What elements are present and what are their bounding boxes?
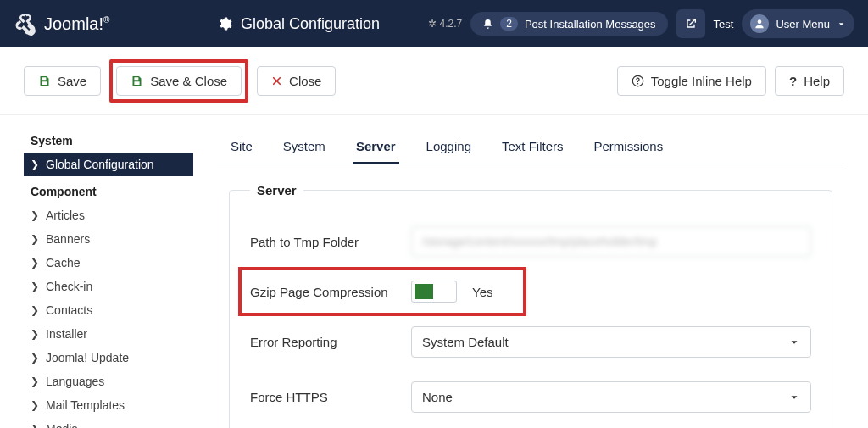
tab-permissions[interactable]: Permissions xyxy=(591,131,667,164)
chevron-right-icon: ❯ xyxy=(31,257,41,269)
action-toolbar: Save Save & Close Close Toggle Inline He… xyxy=(0,47,868,115)
save-icon xyxy=(38,75,51,87)
label-gzip: Gzip Page Compression xyxy=(250,285,411,299)
tab-text-filters[interactable]: Text Filters xyxy=(498,131,567,164)
sidebar-item-label: Cache xyxy=(46,256,80,270)
input-tmp-path[interactable]: /storage/content/xxxxxx/tmp/placeholder/… xyxy=(411,226,811,257)
server-panel: Server Path to Tmp Folder /storage/conte… xyxy=(217,183,844,428)
row-force-https: Force HTTPS None xyxy=(250,370,811,425)
sidebar-heading-system: System xyxy=(24,131,193,153)
open-site-button[interactable] xyxy=(676,9,705,38)
chevron-right-icon: ❯ xyxy=(31,399,41,411)
sidebar-item-label: Check-in xyxy=(46,280,92,293)
help-button[interactable]: ? Help xyxy=(775,66,844,96)
sidebar-item-installer[interactable]: ❯Installer xyxy=(24,322,193,346)
close-icon xyxy=(271,75,282,86)
row-tmp-path: Path to Tmp Folder /storage/content/xxxx… xyxy=(250,214,811,269)
version-badge: ✲ 4.2.7 xyxy=(428,18,463,30)
save-button[interactable]: Save xyxy=(24,66,101,96)
toggle-inline-help-button[interactable]: Toggle Inline Help xyxy=(617,66,766,96)
label-error-reporting: Error Reporting xyxy=(250,335,411,349)
select-force-https[interactable]: None xyxy=(411,381,811,413)
top-bar: Joomla!® Global Configuration ✲ 4.2.7 2 … xyxy=(0,0,868,47)
sidebar-item-joomla-update[interactable]: ❯Joomla! Update xyxy=(24,346,193,370)
chevron-right-icon: ❯ xyxy=(31,375,41,387)
user-icon xyxy=(750,14,769,33)
tab-logging[interactable]: Logging xyxy=(423,131,475,164)
sidebar-item-check-in[interactable]: ❯Check-in xyxy=(24,275,193,298)
label-force-https: Force HTTPS xyxy=(250,390,411,404)
toggle-knob xyxy=(415,284,433,299)
tab-system[interactable]: System xyxy=(280,131,329,164)
sidebar-item-label: Articles xyxy=(46,208,85,222)
external-link-icon xyxy=(684,17,698,31)
row-gzip: Gzip Page Compression Yes xyxy=(250,269,811,314)
user-menu[interactable]: User Menu xyxy=(742,9,854,38)
question-circle-icon xyxy=(632,75,644,87)
server-fieldset: Server Path to Tmp Folder /storage/conte… xyxy=(229,183,832,428)
highlight-save-close: Save & Close xyxy=(109,59,248,103)
sidebar: System ❯ Global Configuration Component … xyxy=(24,131,193,428)
select-error-reporting[interactable]: System Default xyxy=(411,326,811,358)
chevron-right-icon: ❯ xyxy=(31,281,41,292)
bell-icon xyxy=(482,19,493,30)
joomla-mini-icon: ✲ xyxy=(428,18,437,30)
sidebar-item-contacts[interactable]: ❯Contacts xyxy=(24,298,193,322)
page-title: Global Configuration xyxy=(217,15,428,33)
close-button[interactable]: Close xyxy=(257,66,336,96)
label-tmp-path: Path to Tmp Folder xyxy=(250,235,411,249)
chevron-right-icon: ❯ xyxy=(31,233,41,245)
chevron-right-icon: ❯ xyxy=(31,304,41,316)
sidebar-item-label: Languages xyxy=(46,375,104,388)
chevron-right-icon: ❯ xyxy=(31,209,41,221)
save-icon xyxy=(131,75,143,87)
sidebar-item-label: Media xyxy=(46,422,78,428)
sidebar-item-label: Joomla! Update xyxy=(46,351,129,364)
tabs: SiteSystemServerLoggingText FiltersPermi… xyxy=(217,131,844,164)
svg-point-2 xyxy=(637,83,638,85)
notif-count: 2 xyxy=(500,17,518,31)
toggle-gzip[interactable] xyxy=(411,281,457,303)
brand[interactable]: Joomla!® xyxy=(14,12,217,36)
chevron-down-icon xyxy=(837,19,846,29)
chevron-down-icon xyxy=(788,336,800,348)
sidebar-item-languages[interactable]: ❯Languages xyxy=(24,370,193,393)
sidebar-item-cache[interactable]: ❯Cache xyxy=(24,251,193,275)
chevron-right-icon: ❯ xyxy=(31,158,41,170)
test-label[interactable]: Test xyxy=(714,18,734,31)
main-panel: SiteSystemServerLoggingText FiltersPermi… xyxy=(217,131,844,428)
tab-server[interactable]: Server xyxy=(353,131,399,164)
sidebar-item-label: Mail Templates xyxy=(46,398,125,412)
sidebar-item-label: Installer xyxy=(46,327,87,341)
row-error-reporting: Error Reporting System Default xyxy=(250,314,811,370)
post-install-messages-button[interactable]: 2 Post Installation Messages xyxy=(470,12,667,36)
sidebar-heading-component: Component xyxy=(24,181,193,203)
content-area: System ❯ Global Configuration Component … xyxy=(0,115,868,428)
tab-site[interactable]: Site xyxy=(227,131,256,164)
fieldset-legend: Server xyxy=(250,183,303,197)
save-close-button[interactable]: Save & Close xyxy=(116,66,242,96)
chevron-right-icon: ❯ xyxy=(31,352,41,364)
svg-point-0 xyxy=(758,19,762,24)
brand-text: Joomla!® xyxy=(44,14,109,34)
sidebar-item-banners[interactable]: ❯Banners xyxy=(24,227,193,251)
topbar-right: ✲ 4.2.7 2 Post Installation Messages Tes… xyxy=(428,9,854,38)
chevron-down-icon xyxy=(788,392,800,403)
toggle-gzip-value: Yes xyxy=(472,285,492,299)
joomla-logo-icon xyxy=(14,12,37,36)
question-icon: ? xyxy=(789,74,797,88)
chevron-right-icon: ❯ xyxy=(31,423,41,428)
sidebar-item-label: Contacts xyxy=(46,303,92,317)
sidebar-item-media[interactable]: ❯Media xyxy=(24,417,193,428)
sidebar-item-global-configuration[interactable]: ❯ Global Configuration xyxy=(24,153,193,176)
sidebar-item-mail-templates[interactable]: ❯Mail Templates xyxy=(24,393,193,417)
sidebar-item-label: Banners xyxy=(46,232,90,246)
sidebar-item-articles[interactable]: ❯Articles xyxy=(24,203,193,227)
chevron-right-icon: ❯ xyxy=(31,328,41,340)
gear-icon xyxy=(217,16,232,31)
